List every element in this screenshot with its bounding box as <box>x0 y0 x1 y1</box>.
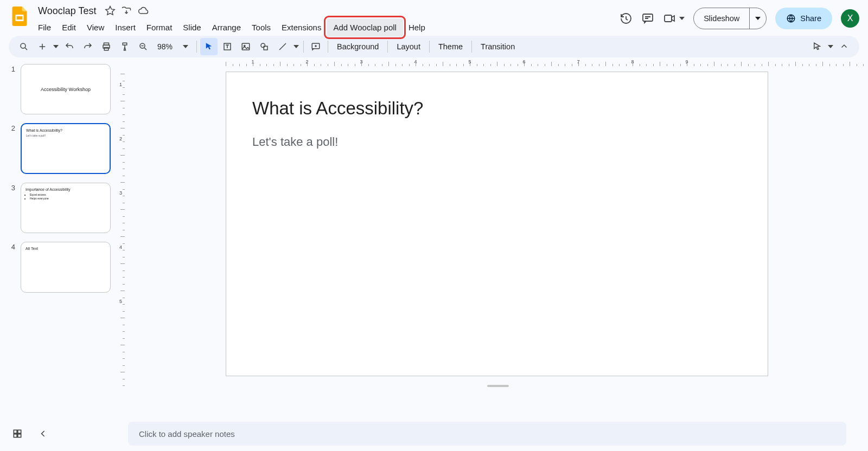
zoom-dropdown[interactable] <box>178 38 193 55</box>
svg-rect-1 <box>17 16 23 20</box>
undo-icon[interactable] <box>61 38 78 55</box>
slide-canvas[interactable]: What is Accessibility? Let's take a poll… <box>226 72 768 376</box>
menu-extensions[interactable]: Extensions <box>276 21 327 34</box>
menu-view[interactable]: View <box>81 21 110 34</box>
separator <box>303 41 304 53</box>
image-icon[interactable] <box>237 38 254 55</box>
zoom-level[interactable]: 98% <box>153 42 177 51</box>
menu-arrange[interactable]: Arrange <box>207 21 246 34</box>
menu-insert[interactable]: Insert <box>110 21 141 34</box>
doc-title[interactable]: Wooclap Test <box>35 4 99 18</box>
line-dropdown[interactable] <box>292 38 300 55</box>
zoom-tool-icon[interactable] <box>135 38 152 55</box>
share-button[interactable]: Share <box>775 8 832 29</box>
shape-icon[interactable] <box>256 38 273 55</box>
vertical-ruler: 12345 <box>117 57 128 450</box>
separator <box>429 41 430 53</box>
pointer-icon[interactable] <box>808 38 826 55</box>
comments-icon[interactable] <box>641 12 654 25</box>
menu-tools[interactable]: Tools <box>246 21 276 34</box>
menu-format[interactable]: Format <box>141 21 178 34</box>
svg-rect-11 <box>242 43 250 50</box>
svg-rect-2 <box>643 14 653 21</box>
menu-slide[interactable]: Slide <box>177 21 206 34</box>
svg-rect-16 <box>14 430 17 433</box>
background-button[interactable]: Background <box>331 38 384 55</box>
collapse-toolbar-icon[interactable] <box>835 38 853 55</box>
slide-thumbnail[interactable]: Alt Text <box>21 242 111 292</box>
new-slide-icon[interactable] <box>34 38 51 55</box>
slide-thumbnail[interactable]: What is Accessibility?Let's take a poll! <box>21 123 111 173</box>
theme-button[interactable]: Theme <box>433 38 468 55</box>
cloud-saved-icon[interactable] <box>137 5 148 16</box>
slide-thumbnail[interactable]: Importance of AccessibilityEqual accessH… <box>21 183 111 233</box>
slideshow-button-group: Slideshow <box>693 8 767 29</box>
redo-icon[interactable] <box>79 38 97 55</box>
paint-format-icon[interactable] <box>116 38 133 55</box>
menu-edit[interactable]: Edit <box>56 21 81 34</box>
svg-point-13 <box>261 43 265 48</box>
collapse-filmstrip-icon[interactable] <box>37 427 50 440</box>
share-label: Share <box>800 14 821 23</box>
menu-help[interactable]: Help <box>403 21 431 34</box>
search-menus-icon[interactable] <box>15 38 33 55</box>
menu-file[interactable]: File <box>33 21 56 34</box>
slide-number: 1 <box>9 64 15 114</box>
select-tool-icon[interactable] <box>200 38 218 55</box>
slideshow-button[interactable]: Slideshow <box>694 8 750 29</box>
line-icon[interactable] <box>274 38 291 55</box>
meet-button[interactable] <box>663 12 685 25</box>
grid-view-icon[interactable] <box>11 427 24 440</box>
toolbar: 98% Background Layout Theme Transition <box>9 36 859 57</box>
slide-title[interactable]: What is Accessibility? <box>252 98 742 119</box>
slideshow-dropdown[interactable] <box>750 8 766 29</box>
svg-rect-19 <box>18 434 21 437</box>
separator <box>196 41 197 53</box>
notes-resize-handle[interactable] <box>487 385 509 387</box>
svg-point-5 <box>21 43 25 48</box>
slide-number: 3 <box>9 183 15 233</box>
slide-body[interactable]: Let's take a poll! <box>252 135 742 149</box>
separator <box>328 41 328 53</box>
slide-number: 4 <box>9 242 15 292</box>
slides-logo[interactable] <box>9 5 30 27</box>
new-slide-dropdown[interactable] <box>52 38 60 55</box>
move-icon[interactable] <box>121 5 132 16</box>
pointer-dropdown[interactable] <box>827 38 834 55</box>
menu-add-wooclap-poll[interactable]: Add Wooclap poll <box>327 18 403 36</box>
layout-button[interactable]: Layout <box>391 38 426 55</box>
svg-rect-18 <box>14 434 17 437</box>
speaker-notes-input[interactable]: Click to add speaker notes <box>128 422 846 446</box>
account-avatar[interactable]: X <box>841 9 859 28</box>
filmstrip: 1Accessibility Workshop2What is Accessib… <box>0 57 117 450</box>
separator <box>471 41 472 53</box>
star-icon[interactable] <box>105 5 116 16</box>
slide-thumbnail[interactable]: Accessibility Workshop <box>21 64 111 114</box>
comment-add-icon[interactable] <box>307 38 324 55</box>
text-box-icon[interactable] <box>219 38 236 55</box>
horizontal-ruler: 123456789 <box>128 57 868 68</box>
history-icon[interactable] <box>620 12 633 25</box>
svg-rect-3 <box>665 15 672 22</box>
print-icon[interactable] <box>98 38 115 55</box>
separator <box>387 41 388 53</box>
transition-button[interactable]: Transition <box>475 38 520 55</box>
svg-rect-17 <box>18 430 21 433</box>
slide-number: 2 <box>9 123 15 173</box>
